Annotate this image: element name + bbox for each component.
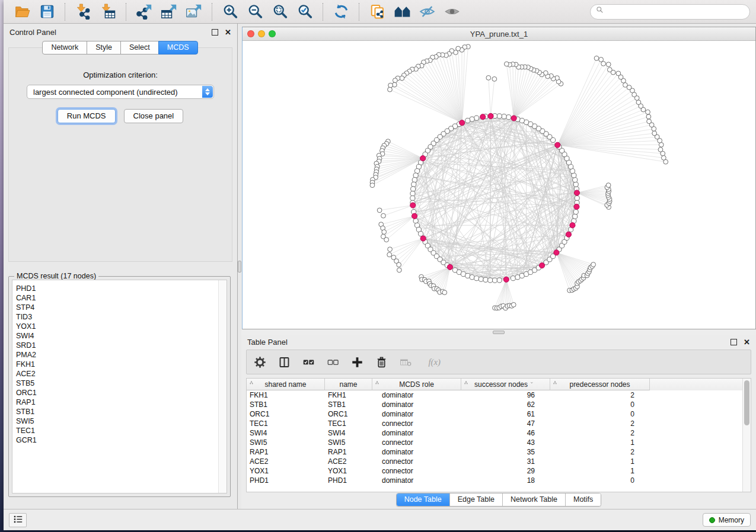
table-row[interactable]: RAP1RAP1dominator352 [247, 447, 742, 457]
zoom-in-button[interactable] [218, 2, 243, 22]
search-input[interactable] [608, 7, 744, 17]
table-row[interactable]: FKH1FKH1dominator962 [247, 390, 742, 400]
network-graph[interactable] [243, 41, 755, 329]
show-column-button[interactable] [278, 356, 291, 368]
run-mcds-button[interactable]: Run MCDS [58, 109, 116, 123]
horizontal-splitter-handle[interactable] [493, 331, 505, 334]
table-cell[interactable]: FKH1 [247, 391, 325, 399]
table-cell[interactable]: 18 [461, 476, 550, 485]
table-cell[interactable]: 29 [461, 467, 550, 475]
mcds-result-item[interactable]: STB5 [16, 379, 218, 388]
select-all-rows-button[interactable] [302, 356, 315, 368]
mcds-result-item[interactable]: YOX1 [16, 322, 218, 331]
table-cell[interactable]: TEC1 [247, 419, 325, 428]
table-cell[interactable]: 2 [550, 448, 650, 456]
table-cell[interactable]: 31 [461, 457, 550, 466]
zoom-selected-button[interactable] [292, 2, 317, 22]
table-cell[interactable]: dominator [372, 400, 461, 409]
first-neighbors-button[interactable] [390, 2, 414, 22]
table-cell[interactable]: STB1 [325, 400, 372, 409]
table-cell[interactable]: 43 [461, 438, 550, 447]
table-cell[interactable]: SWI5 [325, 438, 372, 447]
table-row[interactable]: TEC1TEC1connector472 [247, 419, 742, 428]
table-cell[interactable]: 0 [550, 400, 650, 409]
table-cell[interactable]: 2 [550, 391, 650, 399]
tab-motifs[interactable]: Motifs [566, 493, 601, 506]
table-cell[interactable]: 46 [461, 429, 550, 437]
close-panel-icon[interactable]: ✕ [225, 28, 231, 36]
open-session-button[interactable] [9, 2, 34, 22]
mcds-result-item[interactable]: ORC1 [16, 388, 218, 398]
export-network-button[interactable] [132, 2, 157, 22]
network-canvas[interactable] [243, 41, 755, 329]
export-table-button[interactable] [157, 2, 181, 22]
table-cell[interactable]: 1 [550, 457, 650, 466]
deselect-all-rows-button[interactable] [327, 356, 339, 368]
import-network-button[interactable] [71, 2, 95, 22]
table-cell[interactable]: connector [372, 438, 461, 447]
table-cell[interactable]: TEC1 [325, 419, 372, 428]
table-cell[interactable]: PHD1 [247, 476, 325, 485]
mcds-result-item[interactable]: STB1 [16, 407, 218, 416]
window-zoom-icon[interactable] [269, 30, 276, 37]
tab-mcds[interactable]: MCDS [158, 41, 198, 55]
tab-node-table[interactable]: Node Table [397, 493, 450, 506]
zoom-out-button[interactable] [243, 2, 267, 22]
table-cell[interactable]: dominator [372, 391, 461, 399]
mcds-result-item[interactable]: SWI5 [16, 416, 218, 426]
table-row[interactable]: ACE2ACE2connector311 [247, 457, 742, 466]
mcds-list-scrollbar[interactable] [218, 280, 227, 493]
refresh-view-button[interactable] [328, 2, 353, 22]
table-cell[interactable]: ORC1 [325, 410, 372, 418]
table-mode-button[interactable] [254, 356, 266, 368]
table-cell[interactable]: 61 [461, 410, 550, 418]
tab-style[interactable]: Style [87, 41, 121, 55]
mcds-result-item[interactable]: CAR1 [16, 293, 218, 303]
tab-select[interactable]: Select [120, 41, 159, 55]
table-cell[interactable]: YOX1 [325, 467, 372, 475]
save-session-button[interactable] [34, 2, 59, 22]
table-row[interactable]: STB1STB1dominator620 [247, 400, 742, 409]
table-cell[interactable]: PHD1 [325, 476, 372, 485]
optimization-criterion-select[interactable]: largest connected component (undirected) [27, 85, 214, 99]
table-scrollbar-thumb[interactable] [744, 380, 749, 425]
table-cell[interactable]: dominator [372, 429, 461, 437]
mcds-result-item[interactable]: RAP1 [16, 398, 218, 407]
table-cell[interactable]: dominator [372, 448, 461, 456]
import-table-button[interactable] [95, 2, 120, 22]
mcds-result-item[interactable]: SRD1 [16, 341, 218, 350]
table-cell[interactable]: RAP1 [325, 448, 372, 456]
table-cell[interactable]: 1 [550, 467, 650, 475]
table-cell[interactable]: 96 [461, 391, 550, 399]
delete-columns-button[interactable] [375, 356, 388, 368]
table-cell[interactable]: SWI4 [247, 429, 325, 437]
table-cell[interactable]: RAP1 [247, 448, 325, 456]
table-cell[interactable]: 2 [550, 419, 650, 428]
tab-edge-table[interactable]: Edge Table [450, 493, 503, 506]
table-cell[interactable]: ACE2 [325, 457, 372, 466]
mcds-result-item[interactable]: SWI4 [16, 331, 218, 341]
table-cell[interactable]: YOX1 [247, 467, 325, 475]
mcds-result-item[interactable]: TID3 [16, 312, 218, 322]
task-history-button[interactable] [9, 513, 27, 527]
window-close-icon[interactable] [247, 30, 254, 37]
table-cell[interactable]: dominator [372, 476, 461, 485]
table-row[interactable]: YOX1YOX1connector291 [247, 466, 742, 476]
hide-selected-button[interactable] [414, 2, 439, 22]
column-header-shared-name[interactable]: shared name [247, 379, 325, 390]
mcds-result-item[interactable]: TEC1 [16, 426, 218, 435]
mcds-result-item[interactable]: STP4 [16, 303, 218, 312]
network-window-titlebar[interactable]: YPA_prune.txt_1 [243, 27, 755, 41]
table-cell[interactable]: 0 [550, 476, 650, 485]
table-row[interactable]: PHD1PHD1dominator180 [247, 476, 742, 485]
table-cell[interactable]: STB1 [247, 400, 325, 409]
show-all-button[interactable] [439, 2, 464, 22]
table-cell[interactable]: connector [372, 419, 461, 428]
column-header-successor-nodes[interactable]: successor nodes [461, 379, 550, 390]
table-row[interactable]: SWI4SWI4dominator462 [247, 428, 742, 438]
column-header-MCDS-role[interactable]: MCDS role [372, 379, 461, 390]
column-header-name[interactable]: name [325, 379, 372, 390]
table-cell[interactable]: SWI5 [247, 438, 325, 447]
memory-button[interactable]: Memory [703, 513, 751, 527]
table-cell[interactable]: 35 [461, 448, 550, 456]
